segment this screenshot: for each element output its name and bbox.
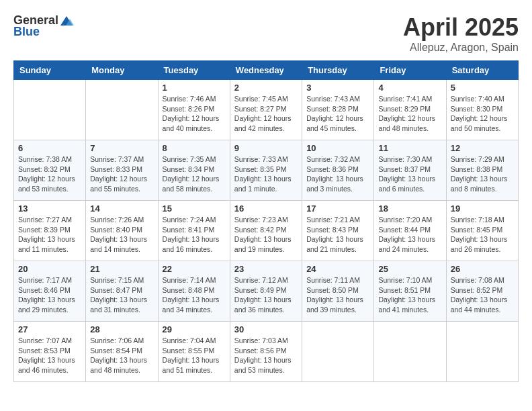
- calendar-cell: 18Sunrise: 7:20 AM Sunset: 8:44 PM Dayli…: [374, 201, 446, 261]
- calendar-week-4: 20Sunrise: 7:17 AM Sunset: 8:46 PM Dayli…: [14, 261, 519, 322]
- day-detail: Sunrise: 7:33 AM Sunset: 8:35 PM Dayligh…: [234, 154, 298, 194]
- day-number: 17: [306, 203, 369, 214]
- calendar-cell: 11Sunrise: 7:30 AM Sunset: 8:37 PM Dayli…: [374, 140, 446, 201]
- calendar-cell: 7Sunrise: 7:37 AM Sunset: 8:33 PM Daylig…: [86, 140, 158, 201]
- month-title: April 2025: [403, 13, 519, 42]
- calendar-table: SundayMondayTuesdayWednesdayThursdayFrid…: [13, 60, 519, 382]
- day-number: 7: [90, 143, 153, 153]
- logo: General Blue: [13, 13, 74, 39]
- calendar-cell: 9Sunrise: 7:33 AM Sunset: 8:35 PM Daylig…: [230, 140, 302, 201]
- calendar-cell: 14Sunrise: 7:26 AM Sunset: 8:40 PM Dayli…: [86, 201, 158, 261]
- day-detail: Sunrise: 7:08 AM Sunset: 8:52 PM Dayligh…: [451, 275, 514, 315]
- calendar-cell: 24Sunrise: 7:11 AM Sunset: 8:50 PM Dayli…: [302, 261, 374, 322]
- day-detail: Sunrise: 7:23 AM Sunset: 8:42 PM Dayligh…: [234, 215, 298, 255]
- day-number: 27: [18, 324, 81, 334]
- day-detail: Sunrise: 7:07 AM Sunset: 8:53 PM Dayligh…: [18, 336, 81, 375]
- day-number: 23: [234, 264, 298, 274]
- day-detail: Sunrise: 7:04 AM Sunset: 8:55 PM Dayligh…: [163, 336, 226, 375]
- day-detail: Sunrise: 7:35 AM Sunset: 8:34 PM Dayligh…: [163, 154, 226, 194]
- calendar-dow-saturday: Saturday: [446, 61, 518, 80]
- calendar-cell: 6Sunrise: 7:38 AM Sunset: 8:32 PM Daylig…: [14, 140, 86, 201]
- location-text: Allepuz, Aragon, Spain: [403, 42, 519, 54]
- calendar-cell: 23Sunrise: 7:12 AM Sunset: 8:49 PM Dayli…: [230, 261, 302, 322]
- calendar-cell: 13Sunrise: 7:27 AM Sunset: 8:39 PM Dayli…: [14, 201, 86, 261]
- calendar-cell: 19Sunrise: 7:18 AM Sunset: 8:45 PM Dayli…: [446, 201, 518, 261]
- day-detail: Sunrise: 7:12 AM Sunset: 8:49 PM Dayligh…: [234, 275, 298, 315]
- day-number: 2: [234, 83, 298, 93]
- calendar-cell: 29Sunrise: 7:04 AM Sunset: 8:55 PM Dayli…: [158, 322, 230, 382]
- calendar-week-2: 6Sunrise: 7:38 AM Sunset: 8:32 PM Daylig…: [14, 140, 519, 201]
- day-detail: Sunrise: 7:38 AM Sunset: 8:32 PM Dayligh…: [18, 154, 81, 194]
- day-detail: Sunrise: 7:03 AM Sunset: 8:56 PM Dayligh…: [234, 336, 298, 375]
- day-detail: Sunrise: 7:06 AM Sunset: 8:54 PM Dayligh…: [90, 336, 153, 375]
- day-detail: Sunrise: 7:14 AM Sunset: 8:48 PM Dayligh…: [163, 275, 226, 315]
- day-number: 3: [306, 83, 369, 93]
- calendar-cell: 20Sunrise: 7:17 AM Sunset: 8:46 PM Dayli…: [14, 261, 86, 322]
- day-detail: Sunrise: 7:10 AM Sunset: 8:51 PM Dayligh…: [378, 275, 441, 315]
- day-number: 1: [163, 83, 226, 93]
- day-number: 16: [234, 203, 298, 214]
- title-block: April 2025 Allepuz, Aragon, Spain: [403, 13, 519, 54]
- calendar-cell: 16Sunrise: 7:23 AM Sunset: 8:42 PM Dayli…: [230, 201, 302, 261]
- calendar-header-row: SundayMondayTuesdayWednesdayThursdayFrid…: [14, 61, 519, 80]
- calendar-cell: [446, 322, 518, 382]
- calendar-cell: 1Sunrise: 7:46 AM Sunset: 8:26 PM Daylig…: [158, 80, 230, 140]
- day-detail: Sunrise: 7:24 AM Sunset: 8:41 PM Dayligh…: [163, 215, 226, 255]
- day-number: 18: [378, 203, 441, 214]
- calendar-cell: [14, 80, 86, 140]
- calendar-cell: 17Sunrise: 7:21 AM Sunset: 8:43 PM Dayli…: [302, 201, 374, 261]
- day-number: 11: [378, 143, 441, 153]
- day-number: 21: [90, 264, 153, 274]
- calendar-cell: 8Sunrise: 7:35 AM Sunset: 8:34 PM Daylig…: [158, 140, 230, 201]
- day-number: 24: [306, 264, 369, 274]
- calendar-cell: 22Sunrise: 7:14 AM Sunset: 8:48 PM Dayli…: [158, 261, 230, 322]
- day-number: 29: [163, 324, 226, 334]
- day-number: 13: [18, 203, 81, 214]
- day-detail: Sunrise: 7:26 AM Sunset: 8:40 PM Dayligh…: [90, 215, 153, 255]
- calendar-cell: 12Sunrise: 7:29 AM Sunset: 8:38 PM Dayli…: [446, 140, 518, 201]
- day-detail: Sunrise: 7:15 AM Sunset: 8:47 PM Dayligh…: [90, 275, 153, 315]
- day-detail: Sunrise: 7:45 AM Sunset: 8:27 PM Dayligh…: [234, 94, 298, 134]
- day-number: 6: [18, 143, 81, 153]
- calendar-cell: 30Sunrise: 7:03 AM Sunset: 8:56 PM Dayli…: [230, 322, 302, 382]
- day-detail: Sunrise: 7:43 AM Sunset: 8:28 PM Dayligh…: [306, 94, 369, 134]
- day-detail: Sunrise: 7:37 AM Sunset: 8:33 PM Dayligh…: [90, 154, 153, 194]
- day-number: 26: [451, 264, 514, 274]
- calendar-cell: 21Sunrise: 7:15 AM Sunset: 8:47 PM Dayli…: [86, 261, 158, 322]
- day-detail: Sunrise: 7:30 AM Sunset: 8:37 PM Dayligh…: [378, 154, 441, 194]
- calendar-cell: 25Sunrise: 7:10 AM Sunset: 8:51 PM Dayli…: [374, 261, 446, 322]
- day-number: 9: [234, 143, 298, 153]
- day-detail: Sunrise: 7:46 AM Sunset: 8:26 PM Dayligh…: [163, 94, 226, 134]
- day-detail: Sunrise: 7:41 AM Sunset: 8:29 PM Dayligh…: [378, 94, 441, 134]
- day-detail: Sunrise: 7:18 AM Sunset: 8:45 PM Dayligh…: [451, 215, 514, 255]
- calendar-cell: [86, 80, 158, 140]
- day-number: 4: [378, 83, 441, 93]
- day-number: 19: [451, 203, 514, 214]
- day-detail: Sunrise: 7:40 AM Sunset: 8:30 PM Dayligh…: [451, 94, 514, 134]
- day-number: 12: [451, 143, 514, 153]
- calendar-cell: 15Sunrise: 7:24 AM Sunset: 8:41 PM Dayli…: [158, 201, 230, 261]
- day-number: 14: [90, 203, 153, 214]
- day-detail: Sunrise: 7:27 AM Sunset: 8:39 PM Dayligh…: [18, 215, 81, 255]
- day-number: 5: [451, 83, 514, 93]
- calendar-dow-tuesday: Tuesday: [158, 61, 230, 80]
- calendar-cell: 4Sunrise: 7:41 AM Sunset: 8:29 PM Daylig…: [374, 80, 446, 140]
- day-number: 20: [18, 264, 81, 274]
- calendar-cell: 28Sunrise: 7:06 AM Sunset: 8:54 PM Dayli…: [86, 322, 158, 382]
- day-number: 8: [163, 143, 226, 153]
- calendar-cell: 2Sunrise: 7:45 AM Sunset: 8:27 PM Daylig…: [230, 80, 302, 140]
- logo-icon: [59, 15, 74, 27]
- day-detail: Sunrise: 7:17 AM Sunset: 8:46 PM Dayligh…: [18, 275, 81, 315]
- calendar-dow-monday: Monday: [86, 61, 158, 80]
- day-number: 25: [378, 264, 441, 274]
- day-detail: Sunrise: 7:29 AM Sunset: 8:38 PM Dayligh…: [451, 154, 514, 194]
- day-detail: Sunrise: 7:20 AM Sunset: 8:44 PM Dayligh…: [378, 215, 441, 255]
- calendar-week-3: 13Sunrise: 7:27 AM Sunset: 8:39 PM Dayli…: [14, 201, 519, 261]
- calendar-week-5: 27Sunrise: 7:07 AM Sunset: 8:53 PM Dayli…: [14, 322, 519, 382]
- day-detail: Sunrise: 7:11 AM Sunset: 8:50 PM Dayligh…: [306, 275, 369, 315]
- calendar-cell: 27Sunrise: 7:07 AM Sunset: 8:53 PM Dayli…: [14, 322, 86, 382]
- calendar-week-1: 1Sunrise: 7:46 AM Sunset: 8:26 PM Daylig…: [14, 80, 519, 140]
- day-number: 22: [163, 264, 226, 274]
- logo-blue-text: Blue: [13, 25, 40, 39]
- calendar-cell: 10Sunrise: 7:32 AM Sunset: 8:36 PM Dayli…: [302, 140, 374, 201]
